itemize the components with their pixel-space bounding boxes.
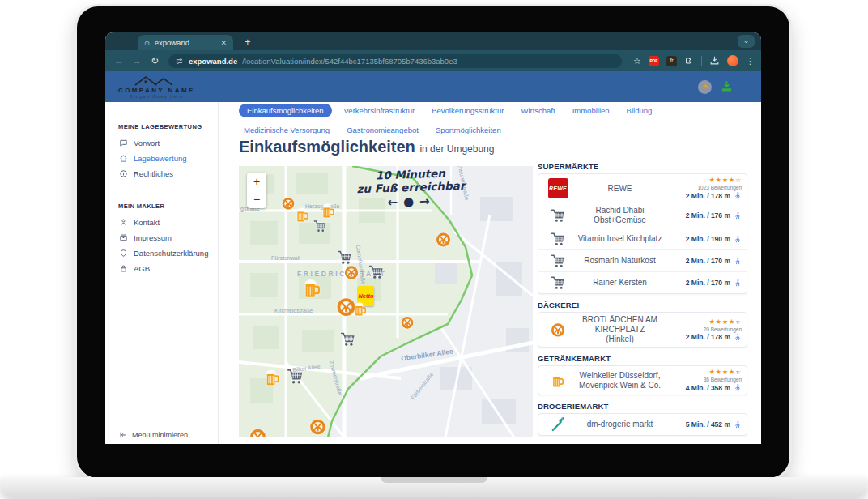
- sidebar-item-vorwort[interactable]: Vorwort: [105, 135, 218, 151]
- cart-icon: [550, 253, 566, 269]
- tab-wirtschaft[interactable]: Wirtschaft: [516, 104, 560, 117]
- tab-medizinische-versorgung[interactable]: Medizinische Versorgung: [239, 123, 334, 137]
- toolbar-divider: [701, 56, 702, 66]
- extensions-puzzle-icon[interactable]: [684, 55, 694, 66]
- sidebar-item-label: Datenschutzerklärung: [134, 249, 208, 258]
- place-row[interactable]: Rachid Dhabi Obst+Gemüse 2 Min. / 176 m: [538, 203, 747, 228]
- pdf-extension-icon[interactable]: PDF: [649, 56, 659, 66]
- sidebar-item-label: AGB: [134, 264, 150, 273]
- tab-einkaufsmöglichkeiten[interactable]: Einkaufsmöglichkeiten: [239, 104, 332, 117]
- place-name: BROTLÄDCHEN AM KIRCHPLATZ(Hinkel): [572, 315, 667, 344]
- toothbrush-icon: [550, 416, 566, 433]
- url-path: /locationValuation/index/542f44bc17135bf…: [242, 57, 457, 66]
- sidebar-item-label: Lagebewertung: [134, 154, 187, 163]
- cart-marker[interactable]: [368, 263, 385, 280]
- map[interactable]: gstraßeHerzogstraßeFürstenwallFRIEDRICHS…: [239, 166, 533, 437]
- sidebar-item-datenschutzerklärung[interactable]: Datenschutzerklärung: [105, 245, 218, 261]
- tab-bevölkerungsstruktur[interactable]: Bevölkerungsstruktur: [427, 104, 508, 117]
- beer-marker[interactable]: [352, 301, 368, 318]
- sidebar-item-label: Impressum: [134, 233, 172, 242]
- sidebar-item-agb[interactable]: AGB: [105, 261, 218, 276]
- tab-search-chevron-icon[interactable]: ⌄: [738, 35, 755, 48]
- tab-verkehrsinfrastruktur[interactable]: Verkehrsinfrastruktur: [339, 104, 420, 117]
- star-rating: ★★★★☆: [708, 177, 742, 184]
- place-distance: 2 Min. / 170 m: [686, 257, 742, 266]
- tab-sportmöglichkeiten[interactable]: Sportmöglichkeiten: [431, 123, 506, 137]
- beer-marker[interactable]: [294, 207, 311, 224]
- netto-marker[interactable]: Netto: [358, 286, 374, 302]
- pretzel-marker[interactable]: [435, 231, 452, 248]
- browser-tabstrip: ⌂ expowand ✕ + ⌄: [105, 32, 761, 50]
- site-settings-icon[interactable]: [175, 57, 184, 66]
- downloads-icon[interactable]: [709, 55, 720, 67]
- review-count: 36 Bewertungen: [704, 377, 742, 382]
- laptop-notch: [381, 477, 487, 483]
- pretzel-marker[interactable]: [400, 315, 415, 330]
- sidebar-item-impressum[interactable]: Impressum: [105, 230, 218, 245]
- zoom-out-button[interactable]: −: [247, 190, 266, 208]
- pretzel-marker[interactable]: [249, 427, 267, 437]
- fr-extension-icon[interactable]: fr: [666, 56, 677, 66]
- place-name: dm-drogerie markt: [572, 420, 667, 429]
- place-name: Rainer Kersten: [572, 278, 667, 288]
- cart-marker[interactable]: [336, 249, 353, 266]
- browser-window: ⌂ expowand ✕ + ⌄ ← → ↻ expowand.de/locat…: [105, 32, 761, 444]
- sidebar-nav: MEINE LAGEBEWERTUNGVorwortLagebewertungR…: [105, 102, 219, 444]
- place-row[interactable]: dm-drogerie markt 5 Min. / 452 m: [538, 414, 747, 435]
- menu-kebab-icon[interactable]: ⋮: [746, 56, 755, 66]
- box-icon: [119, 233, 128, 242]
- bubble-icon: [119, 139, 128, 147]
- map-annotation: 10 Minuten zu Fuß erreichbar ←●→: [335, 166, 487, 211]
- walking-icon: [734, 257, 742, 266]
- sidebar-item-label: Vorwort: [134, 139, 160, 147]
- collapse-label: Menü minimieren: [132, 431, 188, 439]
- beer-marker[interactable]: [301, 278, 323, 300]
- pretzel-icon: [550, 322, 566, 338]
- panel-section-title: DROGERIEMARKT: [538, 402, 747, 411]
- star-rating: ★★★★★: [708, 318, 742, 326]
- cart-marker[interactable]: [313, 219, 327, 233]
- download-report-icon[interactable]: [720, 79, 734, 95]
- sidebar-item-lagebewertung[interactable]: Lagebewertung: [105, 151, 218, 166]
- cart-marker[interactable]: [286, 367, 304, 386]
- shield-icon: [119, 249, 128, 258]
- sidebar-item-kontakt[interactable]: Kontakt: [105, 215, 218, 230]
- beer-marker[interactable]: [320, 203, 337, 220]
- bookmark-star-icon[interactable]: ☆: [633, 56, 641, 66]
- tab-immobilien[interactable]: Immobilien: [568, 104, 615, 117]
- sidebar-item-label: Kontakt: [134, 218, 160, 227]
- browser-tab[interactable]: ⌂ expowand ✕: [138, 35, 233, 50]
- place-row[interactable]: Rainer Kersten 2 Min. / 170 m: [538, 271, 747, 293]
- back-icon[interactable]: ←: [110, 55, 128, 66]
- place-row[interactable]: BROTLÄDCHEN AM KIRCHPLATZ(Hinkel) ★★★★★2…: [538, 313, 747, 347]
- panel-card: Weinkeller Düsseldorf,Mövenpick Wein & C…: [538, 365, 747, 395]
- place-row[interactable]: Rosmarin Naturkost 2 Min. / 170 m: [538, 250, 747, 271]
- home-icon: [119, 154, 128, 163]
- beer-marker[interactable]: [263, 369, 282, 387]
- sidebar-section-title: MEINE LAGEBEWERTUNG: [118, 123, 218, 130]
- tab-gastronomieangebot[interactable]: Gastronomieangebot: [342, 123, 423, 137]
- review-count: 1023 Bewertungen: [697, 185, 742, 190]
- place-row[interactable]: REWE REWE ★★★★☆1023 Bewertungen2 Min. / …: [538, 174, 747, 203]
- profile-avatar[interactable]: [727, 55, 738, 66]
- forward-icon[interactable]: →: [128, 55, 146, 66]
- sidebar-item-rechtliches[interactable]: Rechtliches: [105, 166, 218, 181]
- pretzel-marker[interactable]: [308, 417, 327, 436]
- place-distance: 2 Min. / 176 m: [686, 211, 742, 220]
- new-tab-button[interactable]: +: [245, 36, 251, 48]
- place-row[interactable]: Weinkeller Düsseldorf,Mövenpick Wein & C…: [538, 366, 747, 395]
- zoom-in-button[interactable]: +: [247, 173, 266, 190]
- menu-collapse-button[interactable]: Menü minimieren: [119, 433, 188, 436]
- cart-marker[interactable]: [339, 331, 356, 348]
- url-bar[interactable]: expowand.de/locationValuation/index/542f…: [168, 54, 622, 68]
- place-row[interactable]: Vitamin Insel Kirchplatz 2 Min. / 190 m: [538, 228, 747, 250]
- pretzel-marker[interactable]: [343, 264, 360, 280]
- tab-close-icon[interactable]: ✕: [220, 39, 227, 47]
- page-subtitle: in der Umgebung: [419, 143, 494, 155]
- sidebar-item-label: Rechtliches: [134, 169, 173, 178]
- reload-icon[interactable]: ↻: [146, 55, 164, 66]
- collapse-arrow-icon: [119, 431, 127, 439]
- places-panel: SUPERMÄRKTEREWE REWE ★★★★☆1023 Bewertung…: [538, 162, 747, 436]
- theme-sun-icon[interactable]: ☀: [698, 80, 712, 94]
- tab-bildung[interactable]: Bildung: [622, 104, 657, 117]
